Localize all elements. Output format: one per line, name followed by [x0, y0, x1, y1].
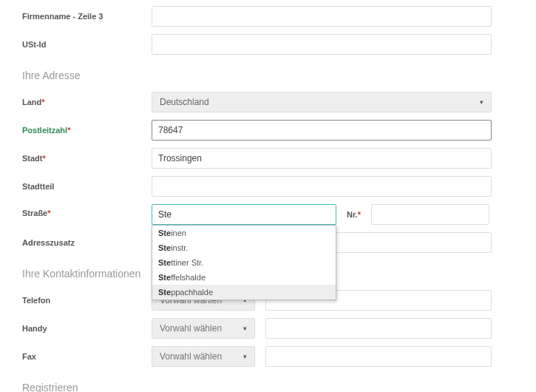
mobile-prefix-select[interactable]: Vorwahl wählen ▾	[152, 318, 255, 339]
company-line3-input[interactable]	[152, 6, 492, 27]
zip-input[interactable]	[152, 120, 492, 141]
mobile-label: Handy	[22, 324, 152, 333]
autocomplete-item[interactable]: Stettiner Str.	[152, 255, 336, 270]
chevron-down-icon: ▾	[243, 353, 247, 360]
autocomplete-item[interactable]: Steinstr.	[152, 240, 336, 255]
nr-input[interactable]	[371, 204, 489, 225]
chevron-down-icon: ▾	[243, 325, 247, 332]
phone-label: Telefon	[22, 296, 152, 305]
company-line3-label: Firmenname - Zeile 3	[22, 12, 152, 21]
district-label: Stadtteil	[22, 182, 152, 191]
city-input[interactable]	[152, 148, 492, 169]
country-select[interactable]: Deutschland ▾	[152, 92, 492, 112]
nr-label: Nr.*	[347, 210, 361, 219]
section-address-heading: Ihre Adresse	[22, 70, 514, 81]
street-autocomplete[interactable]: SteinenSteinstr.Stettiner Str.Steffelsha…	[152, 225, 336, 300]
fax-label: Fax	[22, 352, 152, 361]
addr-suffix-label: Adresszusatz	[22, 238, 152, 247]
vat-id-input[interactable]	[152, 34, 492, 55]
street-label: Straße*	[22, 204, 152, 217]
country-value: Deutschland	[160, 97, 209, 107]
district-input[interactable]	[152, 176, 492, 197]
fax-prefix-select[interactable]: Vorwahl wählen ▾	[152, 346, 255, 367]
mobile-number-input[interactable]	[265, 318, 492, 339]
city-label: Stadt*	[22, 154, 152, 163]
street-input[interactable]	[152, 204, 336, 225]
zip-label: Postleitzahl*	[22, 126, 152, 135]
autocomplete-item[interactable]: Steinen	[152, 226, 336, 240]
fax-number-input[interactable]	[265, 346, 492, 367]
section-register-heading: Registrieren	[22, 382, 514, 392]
chevron-down-icon: ▾	[480, 98, 484, 106]
autocomplete-item[interactable]: Steppachhalde	[152, 285, 336, 300]
autocomplete-item[interactable]: Steffelshalde	[152, 270, 336, 285]
vat-id-label: USt-Id	[22, 40, 152, 49]
country-label: Land*	[22, 98, 152, 107]
